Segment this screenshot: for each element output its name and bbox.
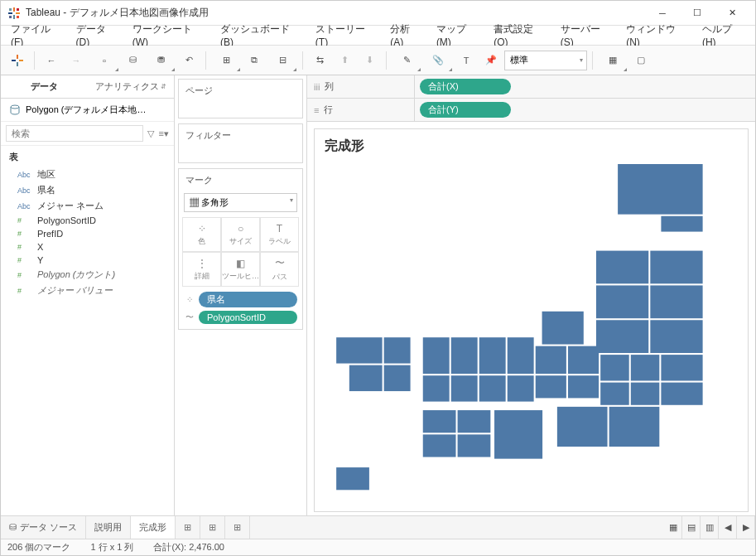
svg-rect-27 (508, 337, 534, 374)
forward-button[interactable]: → (65, 49, 88, 72)
svg-rect-10 (12, 60, 16, 61)
swap-button[interactable]: ⇆ (308, 49, 331, 72)
undo-button[interactable]: ↶ (177, 49, 200, 72)
clear-button[interactable]: ⊟ (267, 49, 297, 72)
svg-rect-20 (596, 320, 648, 353)
svg-rect-26 (479, 337, 506, 374)
svg-rect-21 (650, 320, 702, 353)
svg-rect-11 (19, 60, 23, 61)
detail-cell[interactable]: ⋮詳細 (182, 252, 221, 287)
tooltip-cell[interactable]: ◧ツールヒ… (221, 252, 260, 287)
field-row[interactable]: #Polygon (カウント) (1, 267, 174, 283)
new-story-tab[interactable]: ⊞ (225, 516, 250, 539)
nav-left-icon[interactable]: ◀ (719, 516, 737, 539)
svg-rect-50 (458, 434, 491, 457)
new-worksheet-button[interactable]: ⊞ (211, 49, 241, 72)
filter-icon[interactable]: ▽ (147, 126, 156, 141)
filmstrip-tab[interactable]: ▥ (701, 516, 719, 539)
field-row[interactable]: #PrefID (1, 227, 174, 240)
field-row[interactable]: #PolygonSortID (1, 214, 174, 227)
sheet-tab[interactable]: 完成形 (131, 516, 176, 539)
column-pill[interactable]: 合計(X) (420, 79, 511, 94)
mark-pill[interactable]: 〜PolygonSortID (184, 311, 297, 324)
svg-rect-19 (542, 312, 584, 345)
presentation-button[interactable]: ▢ (629, 49, 652, 72)
sort-tab[interactable]: ▤ (682, 516, 701, 539)
svg-rect-6 (9, 16, 12, 18)
view-options-icon[interactable]: ≡▾ (159, 126, 169, 141)
new-dashboard-tab[interactable]: ⊞ (200, 516, 225, 539)
color-icon: ⁘ (184, 295, 195, 304)
svg-rect-36 (451, 375, 478, 401)
sheet-tab[interactable]: 説明用 (86, 516, 131, 539)
svg-rect-46 (494, 410, 542, 459)
filters-card[interactable]: フィルター (178, 123, 303, 163)
field-row[interactable]: #メジャー バリュー (1, 283, 174, 298)
field-row[interactable]: #X (1, 240, 174, 254)
svg-rect-23 (384, 337, 411, 363)
svg-rect-18 (650, 285, 702, 318)
pages-card[interactable]: ページ (178, 79, 303, 118)
sort-asc-button[interactable]: ⬆ (333, 49, 356, 72)
new-datasource-button[interactable]: ⛁ (121, 49, 144, 72)
svg-rect-41 (600, 383, 629, 405)
datasource-tab[interactable]: ⛁データ ソース (1, 516, 86, 539)
svg-rect-48 (609, 407, 660, 447)
svg-rect-29 (568, 346, 599, 374)
new-worksheet-tab[interactable]: ⊞ (176, 516, 200, 539)
highlight-button[interactable]: ✎ (392, 49, 421, 72)
back-button[interactable]: ← (40, 49, 63, 72)
size-cell[interactable]: ○サイズ (221, 217, 260, 252)
svg-rect-30 (600, 355, 629, 380)
duplicate-button[interactable]: ⧉ (243, 49, 266, 72)
tooltip-icon: ◧ (236, 258, 245, 269)
plot-area[interactable] (315, 163, 748, 511)
svg-rect-40 (568, 375, 599, 398)
mark-type-select[interactable]: ▦ 多角形 (184, 193, 297, 212)
label-cell[interactable]: Tラベル (260, 217, 299, 252)
path-icon: 〜 (275, 256, 285, 270)
tableau-home-icon[interactable] (6, 49, 29, 72)
svg-point-12 (11, 105, 19, 109)
viz-pane: iii列 合計(X) ≡行 合計(Y) 完成形 (307, 75, 755, 515)
svg-rect-32 (661, 355, 702, 380)
showme-button[interactable]: ▦ (598, 49, 628, 72)
field-row[interactable]: #Y (1, 254, 174, 267)
svg-rect-24 (423, 337, 450, 374)
type-num-icon: # (17, 287, 32, 295)
search-input[interactable] (6, 125, 143, 142)
svg-rect-8 (17, 55, 18, 59)
path-cell[interactable]: 〜パス (260, 252, 299, 287)
rows-shelf[interactable]: ≡行 合計(Y) (307, 99, 755, 122)
status-dims: 1 行 x 1 列 (90, 541, 133, 554)
row-pill[interactable]: 合計(Y) (420, 102, 511, 118)
refresh-data-button[interactable]: ⛃ (146, 49, 176, 72)
analytics-tab[interactable]: アナリティクス⇵ (88, 75, 175, 98)
label-button[interactable]: T (455, 49, 478, 72)
group-button[interactable]: 📎 (423, 49, 453, 72)
columns-shelf[interactable]: iii列 合計(X) (307, 75, 755, 99)
fit-select[interactable]: 標準 (504, 51, 587, 70)
type-num-icon: # (17, 216, 32, 225)
field-row[interactable]: Abc地区 (1, 167, 174, 182)
pin-button[interactable]: 📌 (479, 49, 503, 72)
sort-desc-button[interactable]: ⬇ (358, 49, 381, 72)
svg-rect-14 (661, 216, 702, 232)
color-cell[interactable]: ⁘色 (182, 217, 221, 252)
data-tab[interactable]: データ (1, 75, 88, 98)
sheet-title[interactable]: 完成形 (315, 129, 748, 163)
canvas[interactable]: 完成形 (314, 128, 749, 512)
type-num-icon: # (17, 271, 32, 279)
columns-icon: iii (314, 82, 320, 92)
svg-rect-16 (650, 251, 702, 284)
mark-pill[interactable]: ⁘県名 (184, 292, 297, 307)
field-row[interactable]: Abcメジャー ネーム (1, 198, 174, 214)
datasource-row[interactable]: Polygon (デフォルメ日本地… (1, 99, 174, 122)
field-row[interactable]: Abc県名 (1, 182, 174, 198)
nav-right-icon[interactable]: ▶ (737, 516, 755, 539)
showhide-tab[interactable]: ▦ (664, 516, 682, 539)
toolbar: ← → ▫ ⛁ ⛃ ↶ ⊞ ⧉ ⊟ ⇆ ⬆ ⬇ ✎ 📎 T 📌 標準 ▦ ▢ (1, 46, 755, 75)
status-bar: 206 個のマーク 1 行 x 1 列 合計(X): 2,476.00 (1, 539, 755, 555)
size-icon: ○ (238, 223, 243, 234)
save-button[interactable]: ▫ (89, 49, 119, 72)
